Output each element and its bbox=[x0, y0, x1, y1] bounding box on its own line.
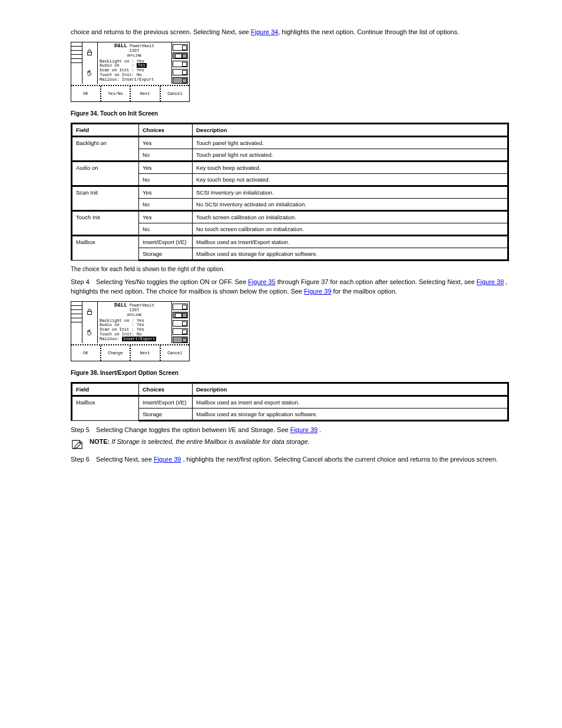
th-desc: Description bbox=[193, 123, 508, 136]
step5-lead: Step 5 bbox=[71, 425, 94, 435]
figure-38-device: D&LL PowerVault 136T OFFLINE Backlight o… bbox=[71, 301, 190, 361]
table-row: Audio on bbox=[72, 161, 139, 186]
brand-off: OFFLINE bbox=[127, 54, 141, 58]
note-block: NOTE: If Storage is selected, the entire… bbox=[71, 438, 509, 451]
step4-text-b: through Figure 37 for each option after … bbox=[277, 278, 475, 285]
step4-link-fig39[interactable]: Figure 39 bbox=[304, 288, 331, 295]
device-next-button[interactable]: Next bbox=[130, 86, 160, 101]
brand-model: 136T bbox=[130, 48, 140, 53]
step6-link-fig39[interactable]: Figure 39 bbox=[154, 456, 181, 463]
th-desc: Description bbox=[193, 383, 508, 396]
step4-text-a: Selecting Yes/No toggles the option ON o… bbox=[96, 278, 246, 285]
step6-text-a: Selecting Next, see bbox=[96, 456, 152, 463]
lock-icon bbox=[86, 49, 93, 56]
device-next-button[interactable]: Next bbox=[130, 345, 160, 361]
th-field: Field bbox=[72, 123, 139, 136]
fig38-caption: Figure 38. Insert/Export Option Screen bbox=[71, 370, 509, 376]
options-table-34: Field Choices Description Backlight onYe… bbox=[71, 123, 509, 261]
step5-link-fig39[interactable]: Figure 39 bbox=[290, 426, 318, 433]
lock-icon bbox=[86, 308, 93, 315]
intro-text: choice and returns to the previous scree… bbox=[71, 28, 249, 35]
device-cancel-button[interactable]: Cancel bbox=[160, 86, 190, 101]
th-choice: Choices bbox=[139, 383, 193, 396]
brand-big: D&LL bbox=[114, 43, 127, 49]
device-change-button[interactable]: Change bbox=[100, 345, 130, 361]
device-cancel-button[interactable]: Cancel bbox=[160, 345, 190, 361]
step4-link-fig38[interactable]: Figure 38 bbox=[477, 278, 504, 285]
figure-34-device: D&LL PowerVault 136T OFFLINE Backlight o… bbox=[71, 42, 190, 102]
step6-lead: Step 6 bbox=[71, 454, 94, 465]
device-yesno-button[interactable]: Yes/No bbox=[100, 86, 130, 101]
note-label: NOTE: bbox=[90, 438, 110, 445]
th-choice: Choices bbox=[139, 123, 193, 136]
fig34-settings-list: Backlight on : Yes Audio on : Yes Scan o… bbox=[97, 60, 171, 82]
device-ok-button[interactable]: OK bbox=[71, 345, 100, 361]
device-ok-button[interactable]: OK bbox=[71, 86, 100, 101]
step6-text-b: , highlights the next/first option. Sele… bbox=[183, 456, 497, 463]
table-row: Touch Init bbox=[72, 210, 139, 235]
t34-sentence: The choice for each field is shown to th… bbox=[71, 265, 509, 274]
table-row: Backlight on bbox=[72, 136, 139, 161]
step4-text-d: for the mailbox option. bbox=[333, 288, 397, 295]
fig38-settings-list: Backlight on : Yes Audio on : Yes Scan o… bbox=[97, 319, 171, 341]
note-text: If Storage is selected, the entire Mailb… bbox=[111, 438, 309, 445]
note-pencil-icon bbox=[71, 438, 84, 451]
hand-icon bbox=[85, 70, 94, 77]
table-row: Scan Init bbox=[72, 186, 139, 210]
th-field: Field bbox=[72, 383, 139, 396]
intro-para: choice and returns to the previous scree… bbox=[71, 27, 509, 37]
intro-link[interactable]: Figure 34 bbox=[251, 28, 278, 35]
table-row: Mailbox bbox=[72, 235, 139, 260]
step4-link-fig35[interactable]: Figure 35 bbox=[248, 278, 275, 285]
options-table-38: Field Choices Description MailboxInsert/… bbox=[71, 382, 509, 421]
intro-tail: , highlights the next option. Continue t… bbox=[278, 28, 459, 35]
fig34-caption: Figure 34. Touch on Init Screen bbox=[71, 110, 509, 117]
step5-text-b: . bbox=[319, 426, 321, 433]
hand-icon bbox=[85, 329, 94, 336]
step5-text-a: Selecting Change toggles the option betw… bbox=[96, 426, 289, 433]
step4-lead: Step 4 bbox=[71, 277, 94, 287]
table-row: Mailbox bbox=[72, 396, 139, 420]
brand-mid: PowerVault bbox=[130, 44, 154, 48]
